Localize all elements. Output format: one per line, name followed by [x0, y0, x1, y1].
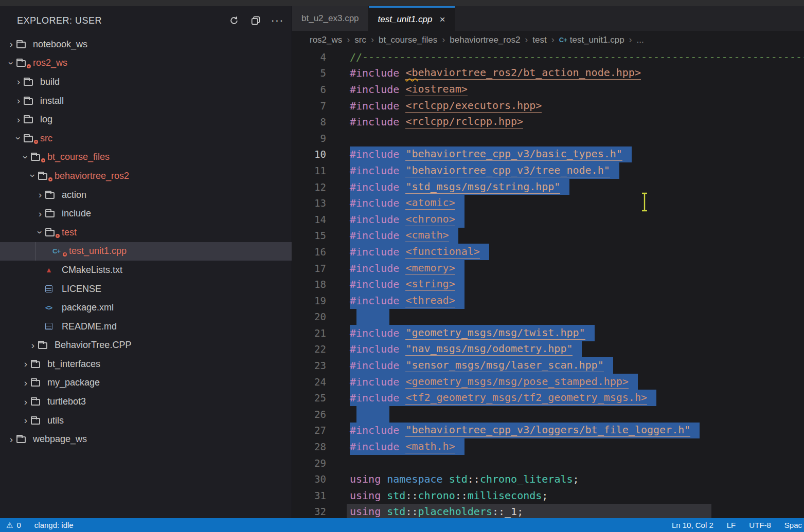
tab-test-unit1-cpp[interactable]: test_unit1.cpp× — [369, 6, 455, 31]
line-content — [350, 309, 389, 325]
code-line-8[interactable]: 8#include <rclcpp/rclcpp.hpp> — [292, 114, 804, 130]
code-line-5[interactable]: 5#include <behaviortree_ros2/bt_action_n… — [292, 65, 804, 82]
code-line-16[interactable]: 16#include <functional> — [292, 244, 804, 260]
code-line-22[interactable]: 22#include "nav_msgs/msg/odometry.hpp" — [292, 341, 804, 358]
tree-item-bt-interfaces[interactable]: bt_interfaces — [0, 355, 292, 374]
code-line-30[interactable]: 30using namespace std::chrono_literals; — [292, 471, 804, 487]
code-line-29[interactable]: 29 — [292, 455, 804, 471]
code-token: <memory> — [405, 262, 455, 275]
code-token: milliseconds — [468, 489, 542, 502]
tree-item-notebook-ws[interactable]: notebook_ws — [0, 35, 292, 54]
indentation-indicator[interactable]: Spac — [784, 521, 802, 529]
breadcrumb-item-test[interactable]: test — [532, 35, 546, 45]
folder-icon — [31, 379, 44, 387]
eol-indicator[interactable]: LF — [727, 521, 736, 529]
tree-item-ros2-ws[interactable]: •ros2_ws — [0, 54, 292, 73]
line-number: 31 — [292, 490, 331, 501]
workbench: EXPLORER: USER ··· — [0, 6, 804, 518]
tree-item-test[interactable]: •test — [0, 223, 292, 242]
line-content: #include <cmath> — [350, 228, 458, 244]
tree-item-utils[interactable]: utils — [0, 411, 292, 430]
tree-item-turtlebot3[interactable]: turtlebot3 — [0, 392, 292, 411]
code-line-17[interactable]: 17#include <memory> — [292, 260, 804, 277]
code-line-23[interactable]: 23#include "sensor_msgs/msg/laser_scan.h… — [292, 357, 804, 374]
code-line-24[interactable]: 24#include <geometry_msgs/msg/pose_stamp… — [292, 374, 804, 390]
more-actions-icon[interactable]: ··· — [272, 15, 282, 26]
tree-item-test-unit1-cpp[interactable]: C+×test_unit1.cpp — [0, 242, 292, 261]
code-line-6[interactable]: 6#include <iostream> — [292, 81, 804, 98]
line-content: #include "behaviortree_cpp_v3/tree_node.… — [350, 162, 619, 179]
explorer-header: EXPLORER: USER ··· — [0, 6, 292, 35]
selection-range: #include "behaviortree_cpp_v3/loggers/bt… — [350, 423, 700, 439]
breadcrumb-item-bt-course-files[interactable]: bt_course_files — [379, 35, 437, 45]
code-line-18[interactable]: 18#include <string> — [292, 276, 804, 292]
code-line-32[interactable]: 32using std::placeholders::_1; — [292, 504, 804, 518]
tree-item-webpage-ws[interactable]: webpage_ws — [0, 430, 292, 449]
breadcrumb-item-behaviortree-ros2[interactable]: behaviortree_ros2 — [450, 35, 520, 45]
breadcrumb-item-ros2-ws[interactable]: ros2_ws — [310, 35, 342, 45]
refresh-icon[interactable] — [229, 15, 239, 26]
tree-item-build[interactable]: build — [0, 72, 292, 91]
code-line-10[interactable]: 10#include "behaviortree_cpp_v3/basic_ty… — [292, 146, 804, 163]
tree-item-include[interactable]: include — [0, 204, 292, 223]
tree-item-cmakelists-txt[interactable]: ▲CMakeLists.txt — [0, 261, 292, 280]
problems-indicator[interactable]: ⚠ 0 — [6, 521, 21, 530]
code-line-7[interactable]: 7#include <rclcpp/executors.hpp> — [292, 98, 804, 114]
tree-item-label: bt_interfaces — [47, 359, 100, 370]
code-token: _1; — [505, 505, 523, 518]
encoding-indicator[interactable]: UTF-8 — [749, 521, 771, 529]
breadcrumb: ros2_ws›src›bt_course_files›behaviortree… — [292, 31, 804, 49]
selection-range: #include "behaviortree_cpp_v3/basic_type… — [350, 146, 632, 163]
code-line-31[interactable]: 31using std::chrono::milliseconds; — [292, 487, 804, 504]
tree-item-action[interactable]: action — [0, 186, 292, 205]
tree-item-my-package[interactable]: my_package — [0, 374, 292, 393]
code-line-11[interactable]: 11#include "behaviortree_cpp_v3/tree_nod… — [292, 162, 804, 179]
tree-item-src[interactable]: •src — [0, 129, 292, 148]
tree-item-bt-course-files[interactable]: •bt_course_files — [0, 148, 292, 167]
code-line-14[interactable]: 14#include <chrono> — [292, 211, 804, 228]
code-line-20[interactable]: 20 — [292, 309, 804, 325]
code-line-15[interactable]: 15#include <cmath> — [292, 228, 804, 244]
code-line-26[interactable]: 26 — [292, 406, 804, 423]
tree-item-readme-md[interactable]: README.md — [0, 317, 292, 336]
breadcrumb-ellipsis[interactable]: ... — [637, 35, 644, 45]
tree-item-install[interactable]: install — [0, 91, 292, 111]
code-line-12[interactable]: 12#include "std_msgs/msg/string.hpp" — [292, 179, 804, 195]
folder-glyph — [31, 380, 40, 387]
breadcrumb-item-test-unit1-cpp[interactable]: C+test_unit1.cpp — [559, 35, 624, 45]
code-line-9[interactable]: 9 — [292, 130, 804, 146]
tree-item-log[interactable]: log — [0, 110, 292, 129]
code-token: <b — [405, 66, 418, 80]
code-token: :: — [405, 489, 418, 502]
folder-icon: • — [38, 172, 51, 180]
code-line-4[interactable]: 4//-------------------------------------… — [292, 49, 804, 65]
cursor-position[interactable]: Ln 10, Col 2 — [672, 521, 713, 529]
code-line-21[interactable]: 21#include "geometry_msgs/msg/twist.hpp" — [292, 325, 804, 341]
code-line-13[interactable]: 13#include <atomic> — [292, 195, 804, 211]
selection-range: #include "nav_msgs/msg/odometry.hpp" — [350, 341, 582, 358]
code-editor[interactable]: 4//-------------------------------------… — [292, 49, 804, 518]
code-token: "behaviortree_cpp_v3/loggers/bt_file_log… — [405, 424, 690, 437]
code-line-27[interactable]: 27#include "behaviortree_cpp_v3/loggers/… — [292, 423, 804, 439]
tree-item-license[interactable]: LICENSE — [0, 280, 292, 299]
code-token: #include — [350, 148, 405, 160]
cmake-icon: ▲ — [45, 266, 59, 273]
tree-item-behaviortree-ros2[interactable]: •behaviortree_ros2 — [0, 167, 292, 186]
breadcrumb-item-src[interactable]: src — [354, 35, 366, 45]
code-line-19[interactable]: 19#include <thread> — [292, 292, 804, 309]
folder-icon — [24, 97, 37, 105]
code-line-25[interactable]: 25#include <tf2_geometry_msgs/tf2_geomet… — [292, 390, 804, 406]
tree-item-package-xml[interactable]: <>package.xml — [0, 298, 292, 317]
code-line-28[interactable]: 28#include <math.h> — [292, 438, 804, 455]
clangd-status[interactable]: clangd: idle — [34, 521, 74, 529]
line-content: #include <memory> — [350, 260, 464, 277]
open-editors-icon[interactable] — [251, 15, 261, 26]
code-token: std — [387, 489, 405, 502]
close-icon[interactable]: × — [439, 15, 445, 24]
code-token: #include — [350, 246, 405, 258]
tab-bt-u2-ex3-cpp[interactable]: bt_u2_ex3.cpp — [292, 6, 369, 31]
line-content: #include "sensor_msgs/msg/laser_scan.hpp… — [350, 357, 613, 374]
tree-item-behaviortree-cpp[interactable]: BehaviorTree.CPP — [0, 336, 292, 355]
line-content: #include <thread> — [350, 292, 464, 309]
text-ibeam-cursor — [640, 192, 649, 215]
